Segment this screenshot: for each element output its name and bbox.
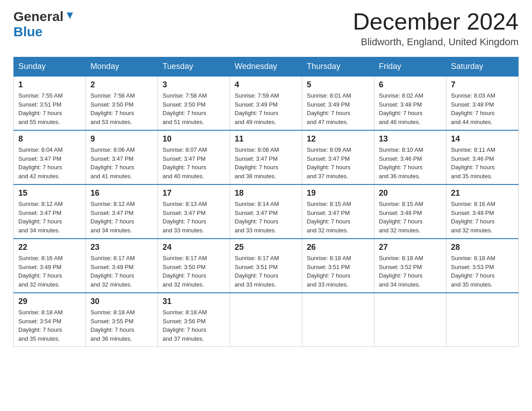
table-row: 6Sunrise: 8:02 AMSunset: 3:48 PMDaylight… [374,76,446,130]
day-info: Sunrise: 8:18 AMSunset: 3:54 PMDaylight:… [18,308,81,343]
day-info: Sunrise: 8:09 AMSunset: 3:47 PMDaylight:… [307,146,369,180]
table-row: 2Sunrise: 7:56 AMSunset: 3:50 PMDaylight… [86,76,158,130]
day-number: 10 [163,134,225,144]
title-block: December 2024 Blidworth, England, United… [353,9,519,48]
day-number: 27 [379,243,442,252]
col-sunday: Sunday [14,57,86,77]
calendar-week-row: 1Sunrise: 7:55 AMSunset: 3:51 PMDaylight… [14,76,519,130]
table-row: 14Sunrise: 8:11 AMSunset: 3:46 PMDayligh… [446,130,519,184]
day-info: Sunrise: 8:14 AMSunset: 3:47 PMDaylight:… [235,200,297,235]
day-number: 18 [235,188,297,198]
calendar-week-row: 22Sunrise: 8:16 AMSunset: 3:49 PMDayligh… [14,239,519,293]
day-number: 4 [235,80,297,90]
table-row: 20Sunrise: 8:15 AMSunset: 3:48 PMDayligh… [374,184,446,239]
day-info: Sunrise: 8:16 AMSunset: 3:48 PMDaylight:… [451,200,514,235]
day-number: 26 [307,243,369,252]
table-row: 22Sunrise: 8:16 AMSunset: 3:49 PMDayligh… [14,239,86,293]
day-number: 2 [90,80,153,90]
day-info: Sunrise: 8:18 AMSunset: 3:52 PMDaylight:… [379,254,442,289]
calendar-table: Sunday Monday Tuesday Wednesday Thursday… [13,57,519,347]
svg-marker-0 [67,13,73,19]
table-row: 7Sunrise: 8:03 AMSunset: 3:48 PMDaylight… [446,76,519,130]
day-info: Sunrise: 8:10 AMSunset: 3:46 PMDaylight:… [379,146,442,180]
day-info: Sunrise: 8:17 AMSunset: 3:51 PMDaylight:… [235,254,297,289]
logo-blue-text: Blue [13,24,43,39]
day-number: 3 [163,80,225,90]
table-row: 11Sunrise: 8:08 AMSunset: 3:47 PMDayligh… [230,130,302,184]
table-row: 21Sunrise: 8:16 AMSunset: 3:48 PMDayligh… [446,184,519,239]
day-number: 17 [163,188,225,198]
day-number: 31 [163,297,225,306]
day-number: 25 [235,243,297,252]
day-info: Sunrise: 8:13 AMSunset: 3:47 PMDaylight:… [163,200,225,235]
col-saturday: Saturday [446,57,519,77]
col-thursday: Thursday [302,57,374,77]
logo-general-text: General [13,9,64,24]
day-number: 23 [90,243,153,252]
day-number: 8 [18,134,81,144]
day-info: Sunrise: 7:55 AMSunset: 3:51 PMDaylight:… [18,91,81,126]
table-row: 8Sunrise: 8:04 AMSunset: 3:47 PMDaylight… [14,130,86,184]
day-info: Sunrise: 8:18 AMSunset: 3:55 PMDaylight:… [90,308,153,343]
table-row: 9Sunrise: 8:06 AMSunset: 3:47 PMDaylight… [86,130,158,184]
month-title: December 2024 [353,9,519,34]
day-info: Sunrise: 8:06 AMSunset: 3:47 PMDaylight:… [90,146,153,180]
day-number: 5 [307,80,369,90]
day-number: 13 [379,134,442,144]
day-number: 7 [451,80,514,90]
day-number: 22 [18,243,81,252]
col-friday: Friday [374,57,446,77]
logo-arrow-icon [65,11,75,22]
table-row: 30Sunrise: 8:18 AMSunset: 3:55 PMDayligh… [86,293,158,347]
day-info: Sunrise: 8:17 AMSunset: 3:49 PMDaylight:… [90,254,153,289]
calendar-week-row: 8Sunrise: 8:04 AMSunset: 3:47 PMDaylight… [14,130,519,184]
table-row [374,293,446,347]
day-number: 19 [307,188,369,198]
day-number: 30 [90,297,153,306]
table-row: 23Sunrise: 8:17 AMSunset: 3:49 PMDayligh… [86,239,158,293]
day-info: Sunrise: 8:18 AMSunset: 3:53 PMDaylight:… [451,254,514,289]
table-row [230,293,302,347]
table-row: 12Sunrise: 8:09 AMSunset: 3:47 PMDayligh… [302,130,374,184]
table-row: 27Sunrise: 8:18 AMSunset: 3:52 PMDayligh… [374,239,446,293]
col-tuesday: Tuesday [158,57,230,77]
table-row: 19Sunrise: 8:15 AMSunset: 3:47 PMDayligh… [302,184,374,239]
day-info: Sunrise: 8:03 AMSunset: 3:48 PMDaylight:… [451,91,514,126]
day-number: 21 [451,188,514,198]
calendar-week-row: 15Sunrise: 8:12 AMSunset: 3:47 PMDayligh… [14,184,519,239]
day-info: Sunrise: 8:16 AMSunset: 3:49 PMDaylight:… [18,254,81,289]
day-info: Sunrise: 8:11 AMSunset: 3:46 PMDaylight:… [451,146,514,180]
day-number: 20 [379,188,442,198]
day-info: Sunrise: 8:17 AMSunset: 3:50 PMDaylight:… [163,254,225,289]
table-row: 16Sunrise: 8:12 AMSunset: 3:47 PMDayligh… [86,184,158,239]
table-row [446,293,519,347]
table-row: 28Sunrise: 8:18 AMSunset: 3:53 PMDayligh… [446,239,519,293]
day-info: Sunrise: 8:02 AMSunset: 3:48 PMDaylight:… [379,91,442,126]
col-monday: Monday [86,57,158,77]
table-row: 26Sunrise: 8:18 AMSunset: 3:51 PMDayligh… [302,239,374,293]
day-info: Sunrise: 8:15 AMSunset: 3:47 PMDaylight:… [307,200,369,235]
logo: General Blue [13,9,75,39]
day-number: 6 [379,80,442,90]
day-number: 1 [18,80,81,90]
table-row: 13Sunrise: 8:10 AMSunset: 3:46 PMDayligh… [374,130,446,184]
day-number: 24 [163,243,225,252]
table-row: 31Sunrise: 8:18 AMSunset: 3:56 PMDayligh… [158,293,230,347]
table-row: 17Sunrise: 8:13 AMSunset: 3:47 PMDayligh… [158,184,230,239]
col-wednesday: Wednesday [230,57,302,77]
day-number: 15 [18,188,81,198]
day-info: Sunrise: 8:07 AMSunset: 3:47 PMDaylight:… [163,146,225,180]
day-info: Sunrise: 8:12 AMSunset: 3:47 PMDaylight:… [90,200,153,235]
table-row: 5Sunrise: 8:01 AMSunset: 3:49 PMDaylight… [302,76,374,130]
day-info: Sunrise: 7:56 AMSunset: 3:50 PMDaylight:… [90,91,153,126]
table-row: 25Sunrise: 8:17 AMSunset: 3:51 PMDayligh… [230,239,302,293]
table-row: 3Sunrise: 7:58 AMSunset: 3:50 PMDaylight… [158,76,230,130]
calendar-header-row: Sunday Monday Tuesday Wednesday Thursday… [14,57,519,77]
day-number: 12 [307,134,369,144]
table-row: 15Sunrise: 8:12 AMSunset: 3:47 PMDayligh… [14,184,86,239]
day-number: 16 [90,188,153,198]
day-info: Sunrise: 8:15 AMSunset: 3:48 PMDaylight:… [379,200,442,235]
location-text: Blidworth, England, United Kingdom [353,36,519,48]
day-info: Sunrise: 7:59 AMSunset: 3:49 PMDaylight:… [235,91,297,126]
day-info: Sunrise: 7:58 AMSunset: 3:50 PMDaylight:… [163,91,225,126]
